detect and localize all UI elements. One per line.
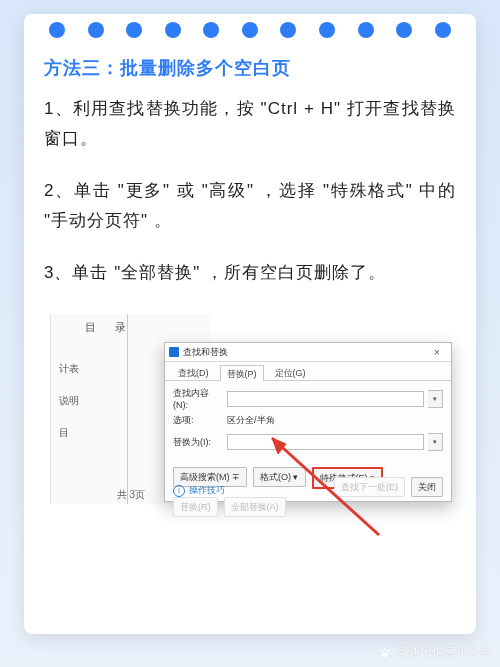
find-input[interactable] bbox=[227, 391, 424, 407]
app-icon bbox=[169, 347, 179, 357]
tab-find[interactable]: 查找(D) bbox=[171, 364, 216, 380]
doc-row-left: 目 bbox=[59, 426, 69, 440]
tip-row[interactable]: i 操作技巧 bbox=[173, 484, 225, 497]
tip-icon: i bbox=[173, 485, 185, 497]
svg-marker-1 bbox=[272, 438, 286, 454]
doc-divider bbox=[127, 314, 128, 504]
doc-heading: 目 录 bbox=[85, 320, 134, 335]
page-frame: 方法三：批量删除多个空白页 1、利用查找替换功能，按 "Ctrl + H" 打开… bbox=[0, 0, 500, 667]
binding-hole bbox=[435, 22, 451, 38]
method-title: 方法三：批量删除多个空白页 bbox=[44, 56, 456, 80]
close-icon[interactable]: × bbox=[427, 344, 447, 360]
binding-hole bbox=[242, 22, 258, 38]
svg-point-5 bbox=[382, 652, 388, 657]
binding-hole bbox=[280, 22, 296, 38]
svg-point-2 bbox=[381, 649, 383, 651]
note-card: 方法三：批量删除多个空白页 1、利用查找替换功能，按 "Ctrl + H" 打开… bbox=[24, 14, 476, 634]
tab-replace[interactable]: 替换(P) bbox=[220, 365, 264, 381]
binding-hole bbox=[165, 22, 181, 38]
options-label: 选项: bbox=[173, 414, 223, 427]
binding-hole bbox=[396, 22, 412, 38]
binding-hole bbox=[358, 22, 374, 38]
svg-point-3 bbox=[384, 648, 386, 650]
binding-hole bbox=[126, 22, 142, 38]
dialog-title: 查找和替换 bbox=[183, 346, 427, 359]
step-1: 1、利用查找替换功能，按 "Ctrl + H" 打开查找替换窗口。 bbox=[44, 94, 456, 154]
replace-dropdown-icon[interactable]: ▾ bbox=[428, 433, 443, 451]
binding-holes bbox=[24, 22, 476, 46]
step-3: 3、单击 "全部替换" ，所有空白页删除了。 bbox=[44, 258, 456, 288]
paw-icon bbox=[378, 646, 392, 660]
binding-hole bbox=[203, 22, 219, 38]
tab-goto[interactable]: 定位(G) bbox=[268, 364, 313, 380]
note-body: 方法三：批量删除多个空白页 1、利用查找替换功能，按 "Ctrl + H" 打开… bbox=[44, 56, 456, 618]
svg-point-4 bbox=[387, 649, 389, 651]
binding-hole bbox=[319, 22, 335, 38]
watermark-text: @通讯信息小公举 bbox=[396, 644, 492, 661]
tip-label: 操作技巧 bbox=[189, 484, 225, 497]
binding-hole bbox=[88, 22, 104, 38]
step-2: 2、单击 "更多" 或 "高级" ，选择 "特殊格式" 中的 "手动分页符" 。 bbox=[44, 176, 456, 236]
replace-one-button[interactable]: 替换(R) bbox=[173, 497, 218, 517]
annotation-arrow-icon bbox=[244, 430, 384, 540]
find-label: 查找内容(N): bbox=[173, 387, 223, 410]
row-options: 选项: 区分全/半角 bbox=[173, 414, 443, 427]
binding-hole bbox=[49, 22, 65, 38]
replace-label: 替换为(I): bbox=[173, 436, 223, 449]
doc-row-left: 说明 bbox=[59, 394, 79, 408]
dialog-titlebar[interactable]: 查找和替换 × bbox=[165, 343, 451, 362]
watermark: @通讯信息小公举 bbox=[378, 644, 492, 661]
close-button[interactable]: 关闭 bbox=[411, 477, 443, 497]
dialog-tabs: 查找(D) 替换(P) 定位(G) bbox=[165, 362, 451, 381]
options-value: 区分全/半角 bbox=[227, 414, 275, 427]
svg-line-0 bbox=[272, 438, 379, 535]
illustration: 目 录 计表 1 页 说明 1 页 目 1 页 共 3页 bbox=[44, 310, 456, 540]
row-find: 查找内容(N): ▾ bbox=[173, 387, 443, 410]
find-dropdown-icon[interactable]: ▾ bbox=[428, 390, 443, 408]
doc-row-left: 计表 bbox=[59, 362, 79, 376]
